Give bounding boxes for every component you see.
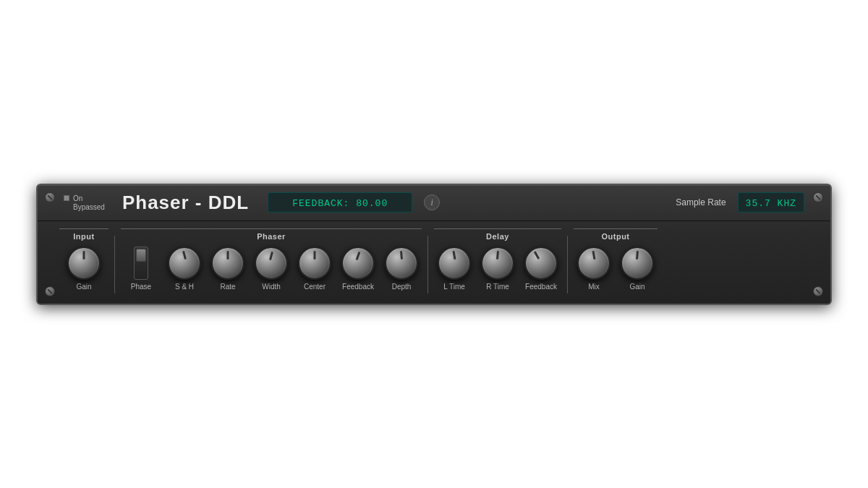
rtime-knob[interactable] xyxy=(481,247,514,280)
phaser-knobs-row: Phase S & H Rate Width Center xyxy=(121,247,422,291)
phaser-section-label: Phaser xyxy=(121,228,422,241)
screw-top-right xyxy=(813,192,823,202)
phaser-section: Phaser Phase S & H Rate xyxy=(121,228,422,291)
ltime-container: L Time xyxy=(434,247,475,291)
phase-slider xyxy=(136,249,146,262)
power-on[interactable]: On xyxy=(64,194,82,202)
input-section: Input Gain xyxy=(59,228,109,291)
divider-phaser-delay xyxy=(427,236,428,294)
depth-label: Depth xyxy=(392,283,412,291)
power-section: On Bypassed xyxy=(64,194,105,211)
phaser-feedback-container: Feedback xyxy=(338,247,378,291)
phase-toggle[interactable] xyxy=(134,247,148,280)
rate-knob[interactable] xyxy=(211,247,244,280)
phase-label: Phase xyxy=(131,283,151,291)
rtime-label: R Time xyxy=(486,283,509,291)
screw-top-left xyxy=(45,192,55,202)
delay-section: Delay L Time R Time Feedback xyxy=(434,228,561,291)
gain-in-container: Gain xyxy=(59,247,109,291)
header: On Bypassed Phaser - DDL FEEDBACK: 80.00… xyxy=(38,185,830,221)
gain-in-label: Gain xyxy=(76,283,91,291)
gain-in-knob[interactable] xyxy=(67,247,101,280)
divider-delay-output xyxy=(567,236,568,294)
input-section-label: Input xyxy=(59,228,109,241)
delay-feedback-container: Feedback xyxy=(521,247,561,291)
info-button[interactable]: i xyxy=(424,194,440,210)
width-label: Width xyxy=(262,283,281,291)
screw-bottom-right xyxy=(813,286,823,296)
rack-unit: On Bypassed Phaser - DDL FEEDBACK: 80.00… xyxy=(36,184,832,305)
on-label: On xyxy=(73,194,82,202)
center-knob[interactable] xyxy=(298,247,331,280)
width-knob[interactable] xyxy=(255,247,288,280)
bypassed-label: Bypassed xyxy=(64,203,105,211)
center-label: Center xyxy=(304,283,326,291)
output-section: Output Mix Gain xyxy=(574,228,658,291)
gain-out-knob[interactable] xyxy=(621,247,654,280)
mix-knob[interactable] xyxy=(577,247,610,280)
sample-rate-label: Sample Rate xyxy=(676,197,726,207)
sample-rate-display: 35.7 KHZ xyxy=(738,192,804,213)
divider-input-phaser xyxy=(114,236,115,294)
mix-label: Mix xyxy=(588,283,600,291)
phaser-feedback-knob[interactable] xyxy=(341,247,375,280)
mix-container: Mix xyxy=(574,247,614,291)
phase-container: Phase xyxy=(121,247,161,291)
controls-area: Input Gain Phaser Phase xyxy=(38,221,830,304)
ltime-label: L Time xyxy=(443,283,465,291)
ltime-knob[interactable] xyxy=(438,247,471,280)
plugin-title: Phaser - DDL xyxy=(122,192,249,214)
phaser-feedback-label: Feedback xyxy=(342,283,374,291)
sh-knob[interactable] xyxy=(168,247,201,280)
output-knobs-row: Mix Gain xyxy=(574,247,658,291)
delay-knobs-row: L Time R Time Feedback xyxy=(434,247,561,291)
rtime-container: R Time xyxy=(477,247,518,291)
width-container: Width xyxy=(251,247,292,291)
rate-container: Rate xyxy=(208,247,248,291)
center-container: Center xyxy=(294,247,335,291)
delay-feedback-label: Feedback xyxy=(525,283,557,291)
gain-out-label: Gain xyxy=(629,283,644,291)
gain-out-container: Gain xyxy=(617,247,658,291)
depth-knob[interactable] xyxy=(385,247,418,280)
sh-container: S & H xyxy=(164,247,205,291)
feedback-display: FEEDBACK: 80.00 xyxy=(268,192,412,213)
input-knobs-row: Gain xyxy=(59,247,109,291)
delay-section-label: Delay xyxy=(434,228,561,241)
output-section-label: Output xyxy=(574,228,658,241)
sample-rate-value: 35.7 KHZ xyxy=(746,198,796,209)
delay-feedback-knob[interactable] xyxy=(524,247,558,280)
screw-bottom-left xyxy=(45,286,55,296)
display-text: FEEDBACK: 80.00 xyxy=(292,198,388,209)
sh-label: S & H xyxy=(175,283,194,291)
rate-label: Rate xyxy=(220,283,235,291)
power-led-indicator xyxy=(64,195,69,201)
depth-container: Depth xyxy=(381,247,422,291)
